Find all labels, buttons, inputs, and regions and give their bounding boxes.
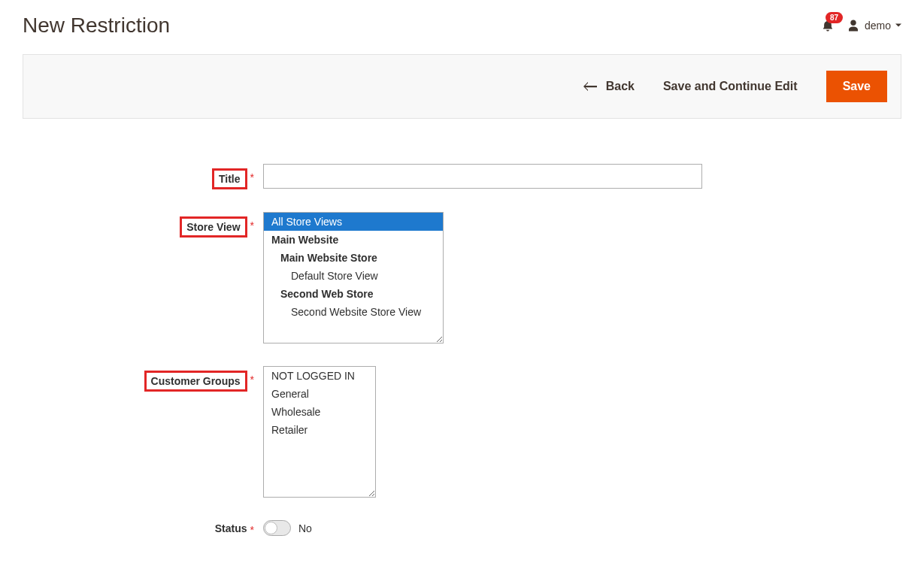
- store-view-select[interactable]: All Store ViewsMain WebsiteMain Website …: [263, 212, 444, 343]
- field-label-col: Status *: [23, 521, 254, 536]
- field-status: Status * No: [23, 520, 901, 536]
- chevron-down-icon: [895, 23, 901, 29]
- save-button[interactable]: Save: [826, 71, 887, 102]
- username-label: demo: [865, 20, 891, 32]
- field-label-col: Title *: [23, 164, 254, 189]
- notifications-button[interactable]: 87: [821, 19, 835, 32]
- field-customer-groups: Customer Groups * NOT LOGGED INGeneralWh…: [23, 366, 901, 498]
- store-view-option[interactable]: Main Website Store: [264, 249, 443, 267]
- field-input-col: All Store ViewsMain WebsiteMain Website …: [254, 212, 444, 343]
- store-view-label: Store View: [180, 216, 247, 238]
- customer-group-option[interactable]: Retailer: [264, 421, 375, 439]
- field-label-col: Store View *: [23, 212, 254, 238]
- toggle-knob: [265, 522, 277, 534]
- store-view-option[interactable]: Second Web Store: [264, 285, 443, 303]
- field-label-col: Customer Groups *: [23, 366, 254, 392]
- customer-groups-label: Customer Groups: [144, 371, 247, 392]
- customer-group-option[interactable]: NOT LOGGED IN: [264, 367, 375, 385]
- form-area: Title * Store View * All Store ViewsMain…: [0, 119, 924, 578]
- field-store-view: Store View * All Store ViewsMain Website…: [23, 212, 901, 343]
- store-view-option[interactable]: Main Website: [264, 231, 443, 249]
- customer-group-option[interactable]: Wholesale: [264, 403, 375, 421]
- notification-count-badge: 87: [826, 12, 843, 23]
- title-input[interactable]: [263, 164, 702, 189]
- store-view-option[interactable]: Default Store View: [264, 267, 443, 285]
- customer-group-option[interactable]: General: [264, 385, 375, 403]
- actions-bar: Back Save and Continue Edit Save: [23, 54, 901, 119]
- page-header: New Restriction 87 demo: [0, 0, 924, 54]
- store-view-option[interactable]: Second Website Store View: [264, 303, 443, 321]
- back-button[interactable]: Back: [583, 80, 635, 93]
- status-label: Status: [215, 522, 247, 534]
- status-toggle[interactable]: [263, 520, 291, 536]
- user-menu[interactable]: demo: [847, 19, 901, 32]
- save-and-continue-button[interactable]: Save and Continue Edit: [663, 80, 798, 93]
- customer-groups-select[interactable]: NOT LOGGED INGeneralWholesaleRetailer: [263, 366, 376, 498]
- field-input-col: No: [254, 520, 312, 536]
- field-input-col: NOT LOGGED INGeneralWholesaleRetailer: [254, 366, 376, 498]
- title-label: Title: [212, 168, 247, 189]
- store-view-option[interactable]: All Store Views: [264, 213, 443, 231]
- page-title: New Restriction: [23, 14, 170, 38]
- back-label: Back: [606, 80, 635, 93]
- field-title: Title *: [23, 164, 901, 189]
- status-value-label: No: [298, 522, 312, 534]
- arrow-left-icon: [583, 81, 597, 92]
- header-right: 87 demo: [821, 19, 901, 32]
- user-icon: [847, 19, 860, 32]
- field-input-col: [254, 164, 702, 189]
